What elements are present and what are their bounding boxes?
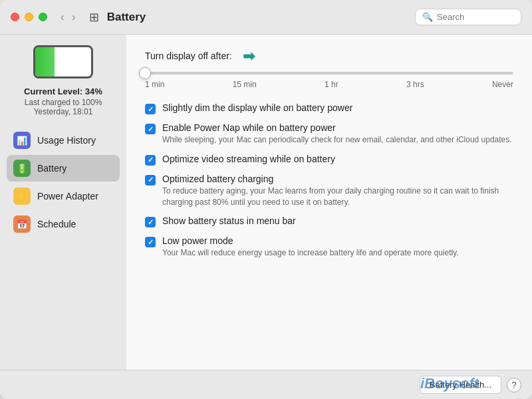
option-video-streaming: Optimize video streaming while on batter… — [145, 154, 513, 166]
minimize-button[interactable] — [25, 13, 33, 21]
titlebar: ‹ › ⊞ Battery 🔍 — [0, 0, 532, 35]
battery-date: Yesterday, 18:01 — [34, 107, 93, 116]
arrow-indicator: ➡ — [243, 48, 255, 65]
nav-arrows: ‹ › — [58, 10, 78, 25]
content: Current Level: 34% Last charged to 100% … — [0, 35, 532, 370]
option-low-power-mode: Low power mode Your Mac will reduce ener… — [145, 235, 513, 259]
battery-icon: 🔋 — [13, 160, 31, 177]
back-button[interactable]: ‹ — [58, 10, 66, 25]
slider-mark-3hrs: 3 hrs — [406, 80, 424, 89]
battery-visual — [33, 45, 93, 78]
sidebar-label-battery: Battery — [37, 163, 66, 174]
maximize-button[interactable] — [39, 13, 47, 21]
sidebar-label-usage-history: Usage History — [37, 135, 96, 146]
traffic-lights — [11, 13, 47, 21]
checkbox-optimized-charging[interactable] — [145, 175, 156, 186]
battery-charged: Last charged to 100% — [25, 98, 102, 107]
option-power-nap: Enable Power Nap while on battery power … — [145, 122, 513, 146]
sidebar-item-usage-history[interactable]: 📊 Usage History — [7, 127, 120, 154]
slider-thumb[interactable] — [139, 67, 151, 79]
sidebar-nav: 📊 Usage History 🔋 Battery ⚡ Power Adapte… — [0, 127, 126, 239]
option-title-video-streaming: Optimize video streaming while on batter… — [162, 154, 513, 164]
sidebar: Current Level: 34% Last charged to 100% … — [0, 35, 126, 370]
option-title-show-battery-status: Show battery status in menu bar — [162, 215, 513, 226]
bottom-bar: Battery Health... ? — [0, 370, 532, 399]
sidebar-item-schedule[interactable]: 📅 Schedule — [7, 211, 120, 237]
option-title-optimized-charging: Optimized battery charging — [162, 174, 513, 184]
checkbox-low-power-mode[interactable] — [145, 237, 156, 247]
option-optimized-charging: Optimized battery charging To reduce bat… — [145, 174, 513, 208]
option-desc-power-nap: While sleeping, your Mac can periodicall… — [162, 134, 513, 146]
option-desc-optimized-charging: To reduce battery aging, your Mac learns… — [162, 186, 513, 208]
search-icon: 🔍 — [422, 12, 433, 22]
slider-track — [145, 72, 513, 74]
main-panel: Turn display off after: ➡ 1 min 15 min 1… — [126, 35, 532, 370]
slider-section: Turn display off after: ➡ 1 min 15 min 1… — [145, 48, 513, 89]
option-show-battery-status: Show battery status in menu bar — [145, 215, 513, 227]
slider-labels: 1 min 15 min 1 hr 3 hrs Never — [145, 80, 513, 89]
sidebar-label-schedule: Schedule — [37, 219, 76, 229]
battery-body — [33, 45, 93, 78]
option-title-low-power-mode: Low power mode — [162, 235, 513, 246]
close-button[interactable] — [11, 13, 19, 21]
usage-history-icon: 📊 — [13, 132, 31, 149]
options-list: Slightly dim the display while on batter… — [145, 102, 513, 259]
slider-mark-15min: 15 min — [233, 80, 257, 89]
window: ‹ › ⊞ Battery 🔍 Current Level: 34% Last … — [0, 0, 532, 399]
option-title-dim-display: Slightly dim the display while on batter… — [162, 102, 513, 113]
battery-health-button[interactable]: Battery Health... — [420, 376, 501, 394]
schedule-icon: 📅 — [13, 215, 31, 233]
option-dim-display: Slightly dim the display while on batter… — [145, 102, 513, 114]
checkbox-video-streaming[interactable] — [145, 155, 156, 166]
slider-mark-1hr: 1 hr — [325, 80, 338, 89]
sidebar-label-power-adapter: Power Adapter — [37, 191, 98, 201]
sidebar-item-battery[interactable]: 🔋 Battery — [7, 155, 120, 182]
checkbox-dim-display[interactable] — [145, 104, 156, 114]
checkbox-power-nap[interactable] — [145, 124, 156, 134]
grid-icon: ⊞ — [89, 10, 99, 25]
search-input[interactable] — [437, 12, 514, 22]
adapter-icon: ⚡ — [13, 188, 31, 205]
battery-tip — [92, 56, 93, 68]
slider-label: Turn display off after: ➡ — [145, 48, 513, 65]
option-desc-low-power-mode: Your Mac will reduce energy usage to inc… — [162, 247, 513, 259]
option-title-power-nap: Enable Power Nap while on battery power — [162, 122, 513, 133]
slider-mark-never: Never — [492, 80, 513, 89]
slider-track-container: 1 min 15 min 1 hr 3 hrs Never — [145, 72, 513, 89]
slider-mark-1min: 1 min — [145, 80, 164, 89]
battery-fill — [35, 47, 55, 76]
forward-button[interactable]: › — [69, 10, 78, 25]
checkbox-show-battery-status[interactable] — [145, 217, 156, 227]
sidebar-item-power-adapter[interactable]: ⚡ Power Adapter — [7, 183, 120, 209]
search-box: 🔍 — [415, 9, 521, 25]
battery-level: Current Level: 34% — [24, 86, 102, 96]
help-button[interactable]: ? — [507, 378, 521, 392]
page-title: Battery — [107, 11, 415, 24]
